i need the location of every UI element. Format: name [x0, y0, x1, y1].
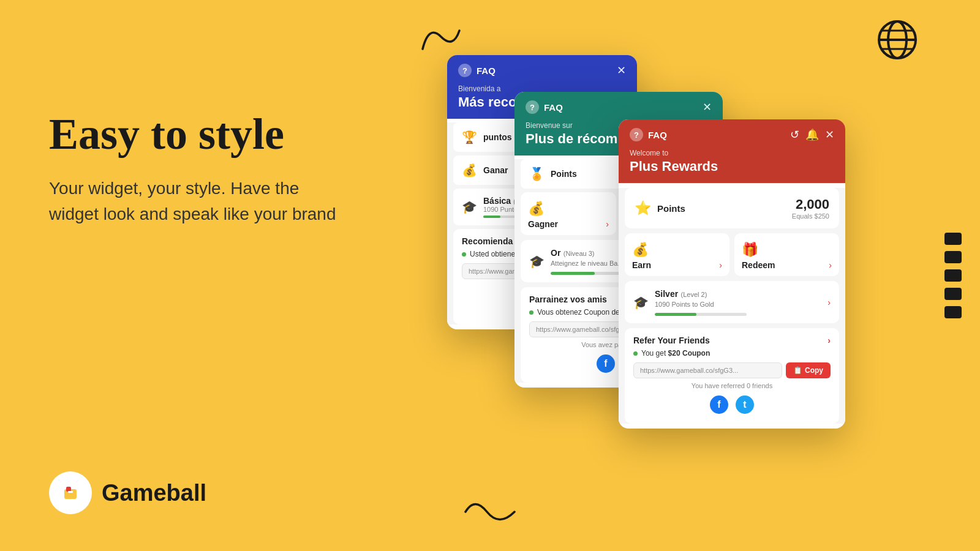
english-welcome: Welcome to Plus Rewards	[619, 149, 845, 183]
twitter-icon[interactable]: t	[736, 395, 754, 414]
faq-icon: ?	[630, 128, 643, 141]
subtext: Your widget, your style. Have the widget…	[49, 176, 336, 227]
notch-strip	[944, 233, 962, 318]
english-level-section[interactable]: 🎓 Silver (Level 2) 1090 Points to Gold ›	[625, 281, 839, 323]
close-button[interactable]: ✕	[825, 128, 834, 141]
spanish-header: ? FAQ ✕	[447, 55, 637, 84]
logo-text: Gameball	[102, 480, 206, 506]
english-earn-redeem: 💰 Earn › 🎁 Redeem ›	[625, 233, 839, 276]
english-body: ⭐ Points 2,000 Equals $250 💰 Earn ›	[619, 188, 845, 424]
english-points-section[interactable]: ⭐ Points 2,000 Equals $250	[625, 188, 839, 228]
english-widget: ? FAQ ↺ 🔔 ✕ Welcome to Plus Rewards ⭐	[619, 119, 845, 429]
facebook-icon[interactable]: f	[597, 354, 615, 373]
spanish-faq-label: ? FAQ	[458, 64, 496, 77]
left-content-area: Easy to style Your widget, your style. H…	[49, 110, 336, 227]
english-refer-link[interactable]: https://www.gameball.co/sfgG3...	[633, 362, 782, 378]
faq-icon: ?	[458, 64, 472, 77]
english-refer-section: Refer Your Friends › You get $20 Coupon …	[625, 328, 839, 424]
notch	[944, 233, 962, 245]
bell-icon[interactable]: 🔔	[805, 128, 819, 141]
history-icon[interactable]: ↺	[790, 128, 799, 141]
notch	[944, 288, 962, 300]
page-background: Easy to style Your widget, your style. H…	[0, 0, 980, 551]
logo-icon	[49, 471, 92, 514]
svg-rect-2	[66, 487, 71, 492]
notch	[944, 306, 962, 318]
copy-button[interactable]: 📋 Copy	[786, 362, 831, 378]
notch	[944, 269, 962, 282]
facebook-icon[interactable]: f	[710, 395, 728, 414]
close-button[interactable]: ✕	[703, 100, 712, 114]
english-header: ? FAQ ↺ 🔔 ✕	[619, 119, 845, 149]
headline: Easy to style	[49, 110, 336, 159]
english-social: f t	[633, 395, 831, 416]
french-earn-card[interactable]: 💰 Gagner ›	[521, 192, 616, 235]
faq-icon: ?	[526, 100, 539, 114]
close-button[interactable]: ✕	[617, 64, 626, 77]
svg-rect-3	[68, 491, 73, 493]
notch	[944, 251, 962, 263]
widgets-area: ? FAQ ✕ Bienvenida a Más recompens... 🏆 …	[429, 24, 888, 527]
french-header: ? FAQ ✕	[514, 92, 723, 121]
redeem-card[interactable]: 🎁 Redeem ›	[734, 233, 839, 276]
earn-card[interactable]: 💰 Earn ›	[625, 233, 729, 276]
logo-area: Gameball	[49, 471, 206, 514]
